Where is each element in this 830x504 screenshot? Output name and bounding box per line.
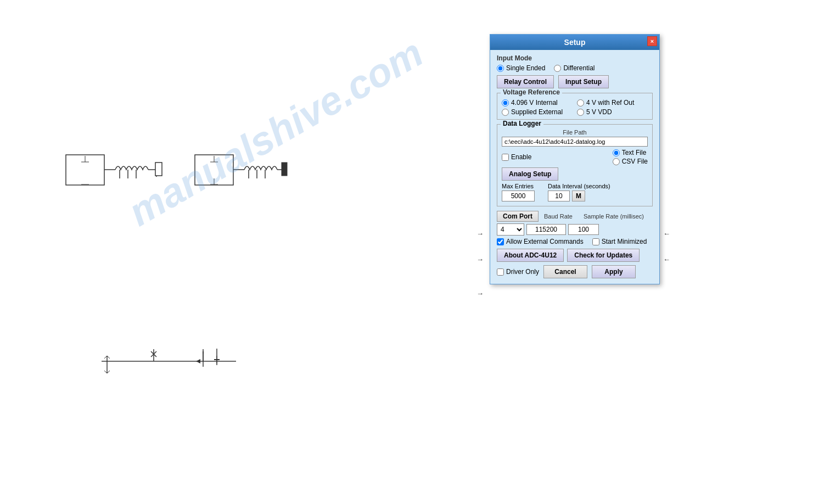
supplied-external-option[interactable]: Supplied External — [502, 108, 573, 116]
voltage-ref-group: 4.096 V Internal 4 V with Ref Out Suppli… — [502, 99, 648, 116]
com-port-inputs-row: 4 1 2 3 — [497, 223, 653, 236]
4v-ref-out-radio[interactable] — [577, 99, 584, 107]
data-interval-input[interactable] — [548, 191, 570, 201]
start-minimized-option[interactable]: Start Minimized — [592, 238, 647, 245]
supplied-external-label: Supplied External — [511, 108, 563, 116]
svg-marker-38 — [196, 359, 200, 363]
input-mode-label: Input Mode — [497, 54, 653, 62]
apply-button[interactable]: Apply — [592, 265, 636, 278]
data-interval-group: Data Interval (seconds) M — [548, 183, 610, 201]
relay-input-buttons: Relay Control Input Setup — [497, 75, 653, 88]
arrow-right-allow: ← — [663, 255, 670, 264]
check-updates-button[interactable]: Check for Updates — [567, 249, 640, 262]
differential-option[interactable]: Differential — [554, 64, 595, 72]
csv-file-option[interactable]: CSV File — [613, 158, 648, 165]
5v-vdd-radio[interactable] — [577, 109, 584, 116]
start-minimized-label: Start Minimized — [602, 238, 647, 245]
driver-only-checkbox[interactable] — [497, 268, 504, 276]
max-entries-row: Max Entries Data Interval (seconds) M — [502, 183, 648, 201]
com-port-select[interactable]: 4 1 2 3 — [497, 223, 524, 236]
start-minimized-checkbox[interactable] — [592, 238, 599, 245]
checkbox-row-double: Allow External Commands Start Minimized — [497, 238, 653, 245]
dialog-body: Input Mode Single Ended Differential Rel… — [490, 50, 659, 284]
enable-label: Enable — [511, 153, 531, 161]
text-file-option[interactable]: Text File — [613, 149, 648, 156]
relay-control-button[interactable]: Relay Control — [497, 75, 554, 88]
4v-ref-out-label: 4 V with Ref Out — [586, 99, 634, 107]
allow-external-checkbox[interactable] — [497, 238, 504, 245]
svg-rect-15 — [282, 163, 287, 176]
svg-rect-7 — [155, 163, 162, 176]
4v096-internal-option[interactable]: 4.096 V Internal — [502, 99, 573, 107]
enable-checkbox[interactable] — [502, 154, 509, 161]
text-file-radio[interactable] — [613, 149, 620, 156]
5v-vdd-option[interactable]: 5 V VDD — [577, 108, 648, 116]
baud-rate-input[interactable] — [526, 224, 566, 235]
setup-dialog: Setup × Input Mode Single Ended Differen… — [490, 34, 660, 284]
arrow-driver-only: → — [476, 289, 484, 298]
csv-file-radio[interactable] — [613, 158, 620, 165]
com-port-header-row: Com Port Baud Rate Sample Rate (millisec… — [497, 211, 653, 222]
5v-vdd-label: 5 V VDD — [586, 108, 612, 116]
cancel-button[interactable]: Cancel — [543, 265, 587, 278]
max-entries-input[interactable] — [502, 191, 535, 201]
single-ended-radio[interactable] — [497, 65, 504, 72]
dialog-titlebar: Setup × — [490, 35, 659, 50]
m-button[interactable]: M — [572, 191, 585, 201]
differential-label: Differential — [563, 64, 595, 72]
allow-external-label: Allow External Commands — [506, 238, 584, 245]
single-ended-label: Single Ended — [506, 64, 545, 72]
baud-rate-header-label: Baud Rate — [544, 213, 573, 220]
data-interval-label: Data Interval (seconds) — [548, 183, 610, 189]
single-ended-option[interactable]: Single Ended — [497, 64, 545, 72]
supplied-external-radio[interactable] — [502, 109, 509, 116]
differential-radio[interactable] — [554, 65, 561, 72]
file-path-input[interactable] — [502, 137, 648, 147]
com-port-label: Com Port — [497, 211, 539, 222]
4v096-internal-label: 4.096 V Internal — [511, 99, 558, 107]
allow-external-option[interactable]: Allow External Commands — [497, 238, 584, 245]
max-entries-group: Max Entries — [502, 183, 535, 201]
arrow-com-port: → — [476, 229, 484, 238]
input-setup-button[interactable]: Input Setup — [558, 75, 609, 88]
4v096-internal-radio[interactable] — [502, 99, 509, 107]
sample-rate-header-label: Sample Rate (millisec) — [584, 213, 644, 220]
about-updates-row: About ADC-4U12 Check for Updates — [497, 249, 653, 262]
data-logger-section-label: Data Logger — [501, 120, 543, 127]
arrow-allow-external: → — [476, 255, 484, 264]
about-button[interactable]: About ADC-4U12 — [497, 249, 564, 262]
analog-btn-row: Analog Setup — [502, 167, 648, 181]
max-entries-label: Max Entries — [502, 183, 535, 189]
csv-file-label: CSV File — [622, 158, 648, 165]
enable-row: Enable Text File CSV File — [502, 149, 648, 165]
sample-rate-input[interactable] — [568, 224, 599, 235]
close-button[interactable]: × — [647, 36, 657, 46]
arrow-right-baud: ← — [663, 229, 670, 238]
voltage-ref-label: Voltage Reference — [501, 88, 562, 96]
analog-setup-button[interactable]: Analog Setup — [502, 167, 558, 181]
driver-only-label: Driver Only — [506, 268, 539, 276]
driver-only-option[interactable]: Driver Only — [497, 268, 539, 276]
dialog-title: Setup — [564, 38, 586, 47]
bottom-final-row: Driver Only Cancel Apply — [497, 265, 653, 278]
4v-ref-out-option[interactable]: 4 V with Ref Out — [577, 99, 648, 107]
text-file-label: Text File — [622, 149, 647, 156]
com-port-section: Com Port Baud Rate Sample Rate (millisec… — [497, 211, 653, 236]
file-path-label: File Path — [502, 129, 648, 136]
input-mode-group: Single Ended Differential — [497, 64, 653, 72]
